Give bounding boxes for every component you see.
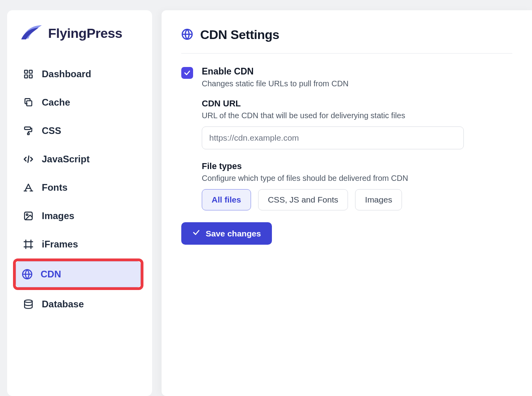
svg-rect-0 bbox=[24, 70, 28, 73]
file-types-options: All files CSS, JS and Fonts Images bbox=[202, 189, 512, 210]
sidebar-item-images[interactable]: Images bbox=[16, 202, 143, 230]
globe-icon bbox=[22, 269, 33, 280]
image-icon bbox=[23, 210, 34, 221]
sidebar-item-label: CSS bbox=[42, 125, 61, 136]
sidebar-item-css[interactable]: CSS bbox=[16, 117, 143, 145]
sidebar-item-label: JavaScript bbox=[42, 154, 89, 165]
file-types-section: File types Configure which type of files… bbox=[202, 161, 512, 210]
flyingpress-logo-icon bbox=[20, 24, 43, 43]
sidebar-item-label: Images bbox=[42, 210, 74, 221]
sidebar-item-iframes[interactable]: iFrames bbox=[16, 230, 143, 258]
enable-cdn-title: Enable CDN bbox=[202, 66, 348, 77]
page-title: CDN Settings bbox=[200, 28, 279, 42]
sidebar-item-label: iFrames bbox=[42, 239, 78, 250]
sidebar: FlyingPress Dashboard Cache CSS JavaSc bbox=[7, 10, 152, 396]
svg-rect-1 bbox=[29, 70, 32, 73]
page-header: CDN Settings bbox=[181, 28, 512, 54]
sidebar-item-label: CDN bbox=[41, 269, 61, 280]
file-type-option-all[interactable]: All files bbox=[202, 189, 251, 210]
grid-icon bbox=[23, 69, 34, 80]
sidebar-item-label: Fonts bbox=[42, 182, 67, 193]
save-button-label: Save changes bbox=[206, 229, 261, 238]
globe-icon bbox=[181, 28, 193, 42]
cdn-url-section: CDN URL URL of the CDN that will be used… bbox=[202, 99, 512, 149]
sidebar-item-cdn[interactable]: CDN bbox=[16, 261, 141, 287]
save-button[interactable]: Save changes bbox=[181, 222, 272, 245]
svg-point-19 bbox=[24, 300, 32, 303]
sidebar-item-label: Dashboard bbox=[42, 69, 91, 80]
svg-rect-2 bbox=[24, 75, 28, 78]
copy-icon bbox=[23, 97, 34, 108]
svg-rect-5 bbox=[24, 127, 30, 130]
cdn-url-input[interactable] bbox=[202, 126, 464, 149]
file-types-title: File types bbox=[202, 161, 512, 171]
sidebar-item-label: Database bbox=[42, 299, 84, 310]
brand-name: FlyingPress bbox=[48, 26, 122, 41]
frame-icon bbox=[23, 239, 34, 250]
database-icon bbox=[23, 299, 34, 310]
sidebar-item-label: Cache bbox=[42, 97, 70, 108]
font-icon bbox=[23, 182, 34, 193]
svg-line-7 bbox=[28, 156, 29, 162]
sidebar-item-dashboard[interactable]: Dashboard bbox=[16, 60, 143, 88]
main-panel: CDN Settings Enable CDN Changes static f… bbox=[162, 10, 532, 396]
file-type-option-images[interactable]: Images bbox=[355, 189, 402, 210]
enable-cdn-desc: Changes static file URLs to pull from CD… bbox=[202, 79, 348, 88]
sidebar-item-cdn-highlight: CDN bbox=[13, 258, 143, 290]
sidebar-item-javascript[interactable]: JavaScript bbox=[16, 145, 143, 173]
brand: FlyingPress bbox=[16, 24, 143, 43]
sidebar-item-fonts[interactable]: Fonts bbox=[16, 173, 143, 202]
svg-point-12 bbox=[26, 214, 28, 216]
enable-cdn-checkbox[interactable] bbox=[181, 67, 193, 79]
file-type-option-cssjs[interactable]: CSS, JS and Fonts bbox=[258, 189, 348, 210]
file-types-desc: Configure which type of files should be … bbox=[202, 174, 512, 183]
cdn-url-desc: URL of the CDN that will be used for del… bbox=[202, 111, 512, 120]
svg-rect-6 bbox=[28, 133, 29, 134]
paint-roller-icon bbox=[23, 125, 34, 136]
svg-rect-3 bbox=[29, 75, 32, 78]
cdn-url-title: CDN URL bbox=[202, 99, 512, 109]
enable-cdn-row: Enable CDN Changes static file URLs to p… bbox=[181, 66, 512, 88]
svg-rect-4 bbox=[27, 101, 32, 106]
sidebar-nav: Dashboard Cache CSS JavaScript Fonts bbox=[16, 60, 143, 318]
code-icon bbox=[23, 154, 34, 165]
sidebar-item-database[interactable]: Database bbox=[16, 290, 143, 318]
sidebar-item-cache[interactable]: Cache bbox=[16, 88, 143, 117]
check-icon bbox=[192, 229, 200, 238]
